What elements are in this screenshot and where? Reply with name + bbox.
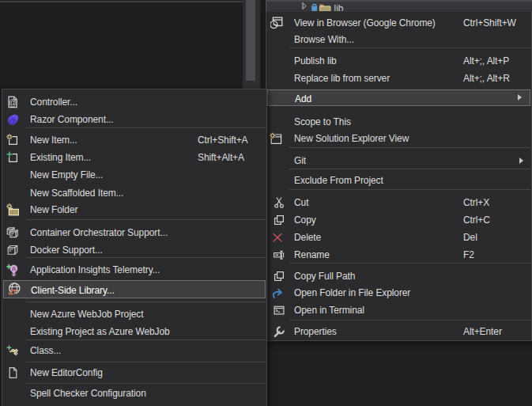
svg-text:@: @ <box>9 98 17 107</box>
svg-text:@: @ <box>9 116 17 124</box>
svg-text:lib: lib <box>334 3 344 11</box>
